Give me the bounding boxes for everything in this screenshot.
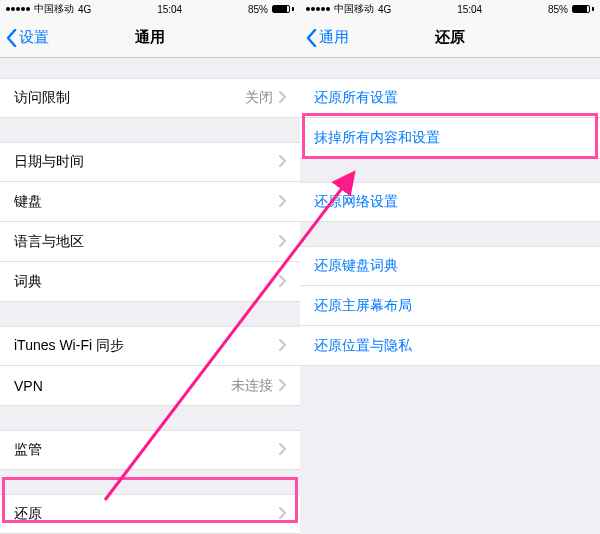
reset-screen: 中国移动 4G 15:04 85% 通用 还原 还原所有设置 [300,0,600,534]
dictionary-cell[interactable]: 词典 [0,262,300,302]
access-restrictions-cell[interactable]: 访问限制 关闭 [0,78,300,118]
nav-bar: 通用 还原 [300,18,600,58]
language-region-cell[interactable]: 语言与地区 [0,222,300,262]
cell-label: 监管 [14,441,42,459]
back-button[interactable]: 通用 [306,28,349,47]
cell-label: 访问限制 [14,89,70,107]
general-settings-screen: 中国移动 4G 15:04 85% 设置 通用 访问限制 [0,0,300,534]
cell-label: 还原主屏幕布局 [314,297,412,315]
back-label: 通用 [319,28,349,47]
cell-value: 未连接 [231,377,273,395]
cell-label: 还原位置与隐私 [314,337,412,355]
battery-icon [272,5,294,13]
cell-label: 词典 [14,273,42,291]
battery-percentage: 85% [248,4,268,15]
nav-bar: 设置 通用 [0,18,300,58]
network-label: 4G [78,4,91,15]
carrier-label: 中国移动 [34,2,74,16]
network-label: 4G [378,4,391,15]
reset-keyboard-dict-cell[interactable]: 还原键盘词典 [300,246,600,286]
chevron-right-icon [279,442,286,458]
cell-value: 关闭 [245,89,273,107]
chevron-right-icon [279,506,286,522]
reset-list: 还原所有设置 抹掉所有内容和设置 还原网络设置 还原键盘词典 还原主屏幕布局 [300,58,600,534]
settings-list: 访问限制 关闭 日期与时间 键盘 语言与地区 [0,58,300,534]
back-label: 设置 [19,28,49,47]
battery-percentage: 85% [548,4,568,15]
cell-label: 还原 [14,505,42,523]
erase-all-content-cell[interactable]: 抹掉所有内容和设置 [300,118,600,158]
reset-location-privacy-cell[interactable]: 还原位置与隐私 [300,326,600,366]
clock-label: 15:04 [157,4,182,15]
vpn-cell[interactable]: VPN 未连接 [0,366,300,406]
chevron-right-icon [279,234,286,250]
itunes-wifi-sync-cell[interactable]: iTunes Wi-Fi 同步 [0,326,300,366]
cell-label: 语言与地区 [14,233,84,251]
reset-network-cell[interactable]: 还原网络设置 [300,182,600,222]
chevron-left-icon [306,29,317,47]
chevron-right-icon [279,338,286,354]
cell-label: 抹掉所有内容和设置 [314,129,440,147]
carrier-label: 中国移动 [334,2,374,16]
signal-dots [306,7,330,11]
reset-home-layout-cell[interactable]: 还原主屏幕布局 [300,286,600,326]
page-title: 通用 [135,28,165,47]
cell-label: 还原网络设置 [314,193,398,211]
regulatory-cell[interactable]: 监管 [0,430,300,470]
cell-label: VPN [14,378,43,394]
clock-label: 15:04 [457,4,482,15]
reset-cell[interactable]: 还原 [0,494,300,534]
reset-all-settings-cell[interactable]: 还原所有设置 [300,78,600,118]
battery-icon [572,5,594,13]
status-bar: 中国移动 4G 15:04 85% [300,0,600,18]
chevron-right-icon [279,274,286,290]
cell-label: 还原所有设置 [314,89,398,107]
cell-label: 还原键盘词典 [314,257,398,275]
chevron-right-icon [279,154,286,170]
cell-label: iTunes Wi-Fi 同步 [14,337,124,355]
chevron-left-icon [6,29,17,47]
keyboard-cell[interactable]: 键盘 [0,182,300,222]
back-button[interactable]: 设置 [6,28,49,47]
chevron-right-icon [279,90,286,106]
page-title: 还原 [435,28,465,47]
cell-label: 键盘 [14,193,42,211]
signal-dots [6,7,30,11]
cell-label: 日期与时间 [14,153,84,171]
chevron-right-icon [279,194,286,210]
status-bar: 中国移动 4G 15:04 85% [0,0,300,18]
date-time-cell[interactable]: 日期与时间 [0,142,300,182]
chevron-right-icon [279,378,286,394]
